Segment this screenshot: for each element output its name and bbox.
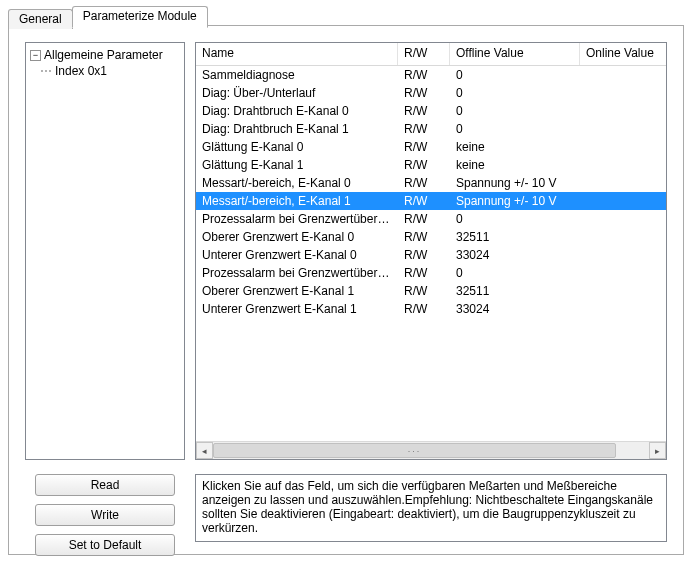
cell-name: Diag: Drahtbruch E-Kanal 0: [196, 104, 398, 118]
cell-rw: R/W: [398, 140, 450, 154]
read-button[interactable]: Read: [35, 474, 175, 496]
cell-rw: R/W: [398, 284, 450, 298]
cell-rw: R/W: [398, 158, 450, 172]
module-properties-window: General Parameterize Module − Allgemeine…: [0, 0, 692, 561]
cell-name: Diag: Über-/Unterlauf: [196, 86, 398, 100]
cell-rw: R/W: [398, 212, 450, 226]
table-row[interactable]: Messart/-bereich, E-Kanal 0R/WSpannung +…: [196, 174, 666, 192]
cell-offline: keine: [450, 158, 580, 172]
cell-rw: R/W: [398, 248, 450, 262]
table-row[interactable]: SammeldiagnoseR/W0: [196, 66, 666, 84]
cell-offline: keine: [450, 140, 580, 154]
tab-row: General Parameterize Module: [8, 6, 207, 28]
table-row[interactable]: Unterer Grenzwert E-Kanal 1R/W33024: [196, 300, 666, 318]
table-row[interactable]: Glättung E-Kanal 0R/Wkeine: [196, 138, 666, 156]
table-row[interactable]: Prozessalarm bei Grenzwertüberschre...R/…: [196, 210, 666, 228]
cell-offline: 0: [450, 86, 580, 100]
cell-name: Glättung E-Kanal 0: [196, 140, 398, 154]
table-row[interactable]: Glättung E-Kanal 1R/Wkeine: [196, 156, 666, 174]
cell-name: Prozessalarm bei Grenzwertüberschre...: [196, 212, 398, 226]
cell-rw: R/W: [398, 86, 450, 100]
cell-rw: R/W: [398, 104, 450, 118]
cell-name: Oberer Grenzwert E-Kanal 0: [196, 230, 398, 244]
action-buttons: Read Write Set to Default: [35, 474, 175, 561]
description-text: Klicken Sie auf das Feld, um sich die ve…: [202, 479, 653, 535]
cell-rw: R/W: [398, 176, 450, 190]
cell-offline: Spannung +/- 10 V: [450, 194, 580, 208]
tree-branch-icon: ⋯: [40, 64, 53, 78]
cell-rw: R/W: [398, 266, 450, 280]
cell-rw: R/W: [398, 230, 450, 244]
table-header: Name R/W Offline Value Online Value: [196, 43, 666, 66]
write-button[interactable]: Write: [35, 504, 175, 526]
description-box: Klicken Sie auf das Feld, um sich die ve…: [195, 474, 667, 542]
cell-name: Unterer Grenzwert E-Kanal 0: [196, 248, 398, 262]
cell-offline: 0: [450, 266, 580, 280]
parameter-table: Name R/W Offline Value Online Value Samm…: [195, 42, 667, 460]
scroll-right-icon[interactable]: ▸: [649, 442, 666, 459]
col-header-offline[interactable]: Offline Value: [450, 43, 580, 65]
scroll-left-icon[interactable]: ◂: [196, 442, 213, 459]
cell-offline: 0: [450, 68, 580, 82]
tree-root-label: Allgemeine Parameter: [44, 48, 163, 62]
table-row[interactable]: Diag: Drahtbruch E-Kanal 0R/W0: [196, 102, 666, 120]
cell-name: Oberer Grenzwert E-Kanal 1: [196, 284, 398, 298]
col-header-online[interactable]: Online Value: [580, 43, 666, 65]
tree-root[interactable]: − Allgemeine Parameter: [30, 47, 180, 63]
collapse-icon[interactable]: −: [30, 50, 41, 61]
table-body: SammeldiagnoseR/W0Diag: Über-/UnterlaufR…: [196, 66, 666, 441]
tree-child-label: Index 0x1: [55, 64, 107, 78]
cell-offline: 33024: [450, 248, 580, 262]
cell-name: Messart/-bereich, E-Kanal 0: [196, 176, 398, 190]
set-to-default-button[interactable]: Set to Default: [35, 534, 175, 556]
cell-offline: Spannung +/- 10 V: [450, 176, 580, 190]
cell-offline: 32511: [450, 230, 580, 244]
cell-name: Sammeldiagnose: [196, 68, 398, 82]
col-header-name[interactable]: Name: [196, 43, 398, 65]
cell-name: Messart/-bereich, E-Kanal 1: [196, 194, 398, 208]
tab-panel: − Allgemeine Parameter ⋯ Index 0x1 Name …: [8, 25, 684, 555]
table-row[interactable]: Diag: Drahtbruch E-Kanal 1R/W0: [196, 120, 666, 138]
scroll-thumb[interactable]: ···: [213, 443, 616, 458]
table-row[interactable]: Oberer Grenzwert E-Kanal 0R/W32511: [196, 228, 666, 246]
cell-rw: R/W: [398, 194, 450, 208]
cell-offline: 0: [450, 122, 580, 136]
table-row[interactable]: Diag: Über-/UnterlaufR/W0: [196, 84, 666, 102]
table-row[interactable]: Oberer Grenzwert E-Kanal 1R/W32511: [196, 282, 666, 300]
cell-rw: R/W: [398, 122, 450, 136]
table-row[interactable]: Unterer Grenzwert E-Kanal 0R/W33024: [196, 246, 666, 264]
cell-name: Unterer Grenzwert E-Kanal 1: [196, 302, 398, 316]
tab-parameterize[interactable]: Parameterize Module: [72, 6, 208, 28]
cell-offline: 0: [450, 212, 580, 226]
table-row[interactable]: Prozessalarm bei Grenzwertüberschre...R/…: [196, 264, 666, 282]
h-scrollbar[interactable]: ◂ ··· ▸: [196, 441, 666, 459]
cell-name: Diag: Drahtbruch E-Kanal 1: [196, 122, 398, 136]
cell-offline: 0: [450, 104, 580, 118]
cell-offline: 32511: [450, 284, 580, 298]
cell-rw: R/W: [398, 68, 450, 82]
cell-name: Glättung E-Kanal 1: [196, 158, 398, 172]
cell-offline: 33024: [450, 302, 580, 316]
scroll-track[interactable]: ···: [213, 442, 649, 459]
cell-rw: R/W: [398, 302, 450, 316]
cell-name: Prozessalarm bei Grenzwertüberschre...: [196, 266, 398, 280]
table-row[interactable]: Messart/-bereich, E-Kanal 1R/WSpannung +…: [196, 192, 666, 210]
tab-general[interactable]: General: [8, 9, 73, 29]
tree-child[interactable]: ⋯ Index 0x1: [30, 63, 180, 79]
parameter-tree[interactable]: − Allgemeine Parameter ⋯ Index 0x1: [25, 42, 185, 460]
col-header-rw[interactable]: R/W: [398, 43, 450, 65]
